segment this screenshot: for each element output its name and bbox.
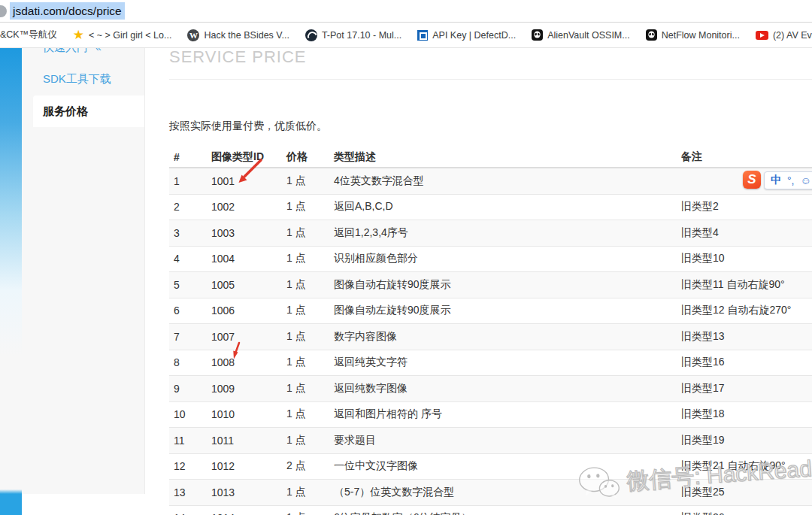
table-row: 310031 点返回1,2,3,4序号旧类型4: [169, 220, 812, 247]
cell-desc: 返回纯英文字符: [329, 356, 677, 369]
bookmark-label: NetFlow Monitori...: [662, 30, 740, 41]
table-row: 1210122 点一位中文汉字图像旧类型21 自动右旋90°: [169, 454, 812, 480]
bookmark-item[interactable]: (2) AV Evasion for...: [756, 30, 812, 41]
page-title: SERVICE PRICE: [169, 47, 307, 67]
cell-price: 1 点: [282, 252, 329, 265]
cell-note: 旧类型16: [677, 356, 812, 369]
sogou-logo-icon[interactable]: S: [743, 171, 761, 189]
table-row: 1310131 点（5-7）位英文数字混合型旧类型25: [169, 480, 812, 506]
cell-price: 1 点: [282, 226, 329, 240]
sidebar-item-service-price[interactable]: 服务价格: [33, 95, 144, 127]
table-row: 110011 点4位英文数字混合型: [169, 168, 812, 195]
ime-mode-chinese[interactable]: 中: [771, 174, 781, 187]
ime-punctuation-icon[interactable]: °,: [787, 174, 795, 186]
cell-price: 1 点: [282, 304, 329, 317]
cell-note: 旧类型4: [677, 226, 812, 240]
cell-num: 11: [169, 435, 207, 447]
sidebar-item-sdk-download[interactable]: SDK工具下载: [43, 72, 111, 86]
cell-price: 1 点: [282, 511, 329, 515]
cell-note: 旧类型10: [677, 252, 812, 265]
col-header-note: 备注: [677, 150, 812, 164]
table-header-row: # 图像类型ID 价格 类型描述 备注: [169, 147, 812, 168]
table-row: 210021 点返回A,B,C,D旧类型2: [169, 195, 812, 221]
cell-num: 6: [169, 304, 207, 317]
cell-desc: 返回纯数字图像: [329, 382, 677, 395]
cell-price: 2 点: [282, 459, 329, 473]
cell-desc: 要求题目: [329, 434, 677, 447]
star-icon: ★: [73, 29, 84, 41]
cell-id: 1003: [207, 227, 282, 239]
ime-status-pill: 中 °, ☺: [764, 171, 812, 189]
cell-num: 9: [169, 383, 207, 395]
bookmark-label: API Key | DefectD...: [432, 30, 516, 41]
bookmarks-bar: &CK™导航仪★< ~ > Girl girl < Lo...WHack the…: [0, 23, 812, 48]
cell-id: 1012: [207, 460, 282, 472]
col-header-type-desc: 类型描述: [329, 150, 677, 164]
url-input[interactable]: jsdati.com/docs/price: [10, 2, 125, 20]
price-table: # 图像类型ID 价格 类型描述 备注 110011 点4位英文数字混合型210…: [169, 147, 812, 515]
cell-desc: 识别相应颜色部分: [329, 252, 677, 265]
cell-price: 1 点: [282, 200, 329, 214]
cell-note: 旧类型21 自动右旋90°: [677, 459, 812, 473]
wordpress-icon: W: [187, 29, 199, 41]
cell-note: 旧类型2: [677, 200, 812, 214]
cell-price: 1 点: [282, 382, 329, 395]
cell-num: 4: [169, 253, 207, 265]
docs-sidebar: 快速入门« SDK工具下载 服务价格: [22, 47, 145, 494]
cell-note: 旧类型11 自动右旋90°: [677, 278, 812, 292]
cell-id: 1010: [207, 408, 282, 420]
cell-id: 1004: [207, 253, 282, 265]
site-info-icon[interactable]: [0, 5, 7, 17]
table-row: 710071 点数字内容图像旧类型13: [169, 324, 812, 350]
cell-id: 1011: [207, 435, 282, 447]
bookmark-item[interactable]: ★< ~ > Girl girl < Lo...: [73, 29, 172, 41]
browser-window: jsdati.com/docs/price &CK™导航仪★< ~ > Girl…: [0, 0, 812, 515]
table-row: 410041 点识别相应颜色部分旧类型10: [169, 247, 812, 273]
alien-icon: [532, 29, 543, 41]
cell-desc: （5-7）位英文数字混合型: [329, 486, 677, 499]
cell-desc: 图像自动左旋转90度展示: [329, 304, 677, 317]
cell-num: 1: [169, 175, 207, 187]
table-body: 110011 点4位英文数字混合型210021 点返回A,B,C,D旧类型231…: [169, 168, 812, 515]
bookmark-label: < ~ > Girl girl < Lo...: [89, 30, 171, 41]
heading-divider: [169, 79, 812, 80]
cell-note: 旧类型26: [677, 511, 812, 515]
bookmark-item[interactable]: &CK™导航仪: [0, 29, 57, 41]
bookmark-item[interactable]: WHack the BSides V...: [187, 29, 289, 41]
cell-id: 1009: [207, 383, 282, 395]
bookmark-item[interactable]: NetFlow Monitori...: [646, 29, 740, 41]
ime-emoji-icon[interactable]: ☺: [801, 174, 811, 186]
cell-price: 1 点: [282, 407, 329, 421]
ime-toolbar[interactable]: S 中 °, ☺: [743, 171, 812, 190]
intro-text: 按照实际使用量付费，优质低价。: [169, 120, 327, 133]
cell-note: 旧类型18: [677, 407, 812, 421]
col-header-index: #: [169, 151, 207, 163]
bookmark-item[interactable]: T-Pot 17.10 - Mul...: [305, 29, 401, 41]
cell-num: 7: [169, 331, 207, 343]
bookmark-item[interactable]: API Key | DefectD...: [417, 30, 516, 41]
bookmark-label: Hack the BSides V...: [204, 30, 289, 41]
cell-num: 12: [169, 460, 207, 472]
cell-id: 1005: [207, 279, 282, 291]
cell-price: 1 点: [282, 486, 329, 499]
bookmark-item[interactable]: AlienVault OSSIM...: [532, 29, 630, 41]
cell-desc: 4位英文数字混合型: [329, 174, 677, 188]
cell-id: 1002: [207, 201, 282, 213]
bookmark-label: AlienVault OSSIM...: [547, 30, 630, 41]
youtube-icon: [756, 31, 768, 40]
cell-desc: 返回1,2,3,4序号: [329, 226, 677, 240]
cell-id: 1013: [207, 486, 282, 498]
table-row: 810081 点返回纯英文字符旧类型16: [169, 350, 812, 377]
cell-num: 2: [169, 201, 207, 213]
cell-desc: 一位中文汉字图像: [329, 459, 677, 473]
cell-desc: 数字内容图像: [329, 330, 677, 344]
cell-id: 1001: [207, 175, 282, 187]
cell-note: 旧类型17: [677, 382, 812, 395]
sidebar-gradient-strip: [0, 47, 22, 515]
cell-num: 3: [169, 227, 207, 239]
cell-price: 1 点: [282, 330, 329, 344]
cell-desc: 返回和图片相符的 序号: [329, 407, 677, 421]
address-bar[interactable]: jsdati.com/docs/price: [0, 0, 812, 23]
cell-note: 旧类型25: [677, 486, 812, 499]
cell-id: 1008: [207, 356, 282, 368]
